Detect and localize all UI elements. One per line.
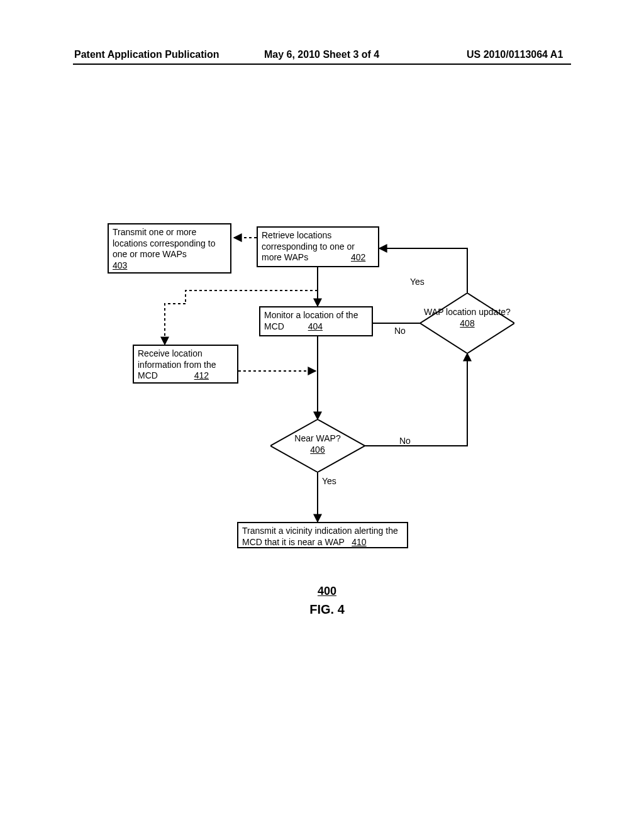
box-402: Retrieve locations corresponding to one …: [257, 226, 379, 267]
box-403-ref: 403: [113, 260, 127, 270]
flow-connectors: [0, 0, 644, 830]
box-402-text: Retrieve locations corresponding to one …: [262, 230, 355, 262]
label-406-no: No: [399, 436, 411, 446]
header-rule: [73, 64, 571, 65]
box-403: Transmit one or more locations correspon…: [108, 223, 231, 274]
diamond-406-text: Near WAP?: [294, 433, 340, 443]
figure-label: FIG. 4: [302, 602, 352, 617]
box-410-ref: 410: [352, 537, 366, 547]
box-404-ref: 404: [308, 321, 323, 331]
box-403-text: Transmit one or more locations correspon…: [113, 227, 215, 259]
diamond-406: Near WAP? 406: [270, 419, 365, 472]
header-center: May 6, 2010 Sheet 3 of 4: [264, 49, 379, 60]
box-410-text: Transmit a vicinity indication alerting …: [242, 526, 398, 547]
diamond-408-ref: 408: [460, 318, 474, 328]
label-408-yes: Yes: [410, 277, 425, 287]
header-right: US 2010/0113064 A1: [467, 49, 563, 60]
label-406-yes: Yes: [322, 476, 336, 486]
label-408-no: No: [394, 326, 406, 336]
figure-number: 400: [308, 585, 346, 598]
box-410: Transmit a vicinity indication alerting …: [237, 522, 408, 548]
diamond-406-ref: 406: [310, 445, 325, 455]
header-left: Patent Application Publication: [74, 49, 219, 60]
box-404: Monitor a location of the MCD 404: [259, 306, 373, 336]
diamond-408: WAP location update? 408: [420, 293, 514, 353]
page: Patent Application Publication May 6, 20…: [0, 0, 644, 830]
diamond-408-text: WAP location update?: [424, 307, 511, 317]
box-412: Receive location information from the MC…: [133, 345, 238, 384]
box-412-ref: 412: [194, 370, 209, 380]
box-402-ref: 402: [351, 252, 365, 262]
